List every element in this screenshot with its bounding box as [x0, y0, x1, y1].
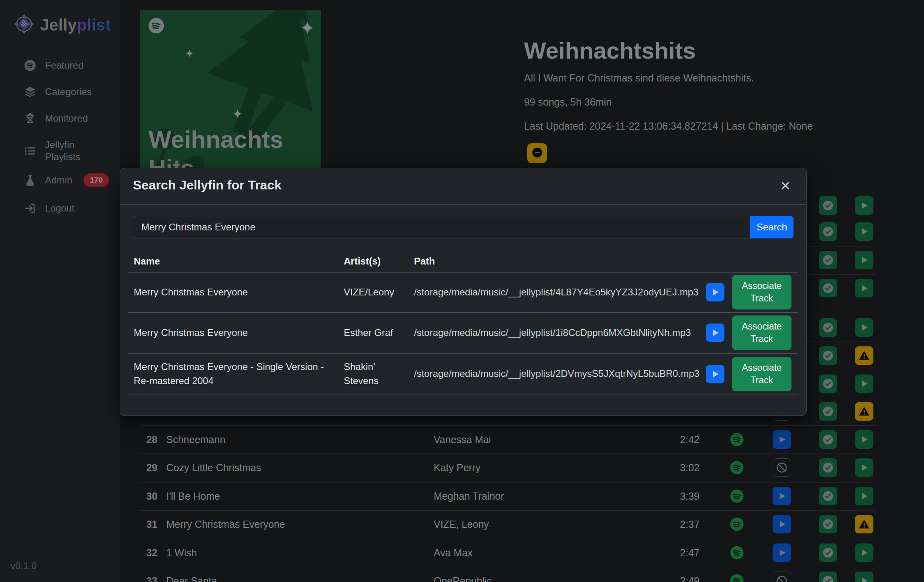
- result-divider: [128, 395, 798, 395]
- result-artists: VIZE/Leony: [344, 272, 406, 312]
- close-icon[interactable]: ✕: [777, 177, 794, 195]
- result-artists: Shakin' Stevens: [344, 353, 406, 395]
- modal-title: Search Jellyfin for Track: [133, 178, 281, 193]
- result-path: /storage/media/music/__jellyplist/4L87Y4…: [414, 272, 695, 312]
- play-icon: [710, 328, 720, 338]
- column-header-artists: Artist(s): [344, 256, 381, 267]
- column-header-name: Name: [134, 256, 160, 267]
- column-header-path: Path: [414, 256, 435, 267]
- associate-track-button[interactable]: Associate Track: [732, 275, 791, 309]
- search-button[interactable]: Search: [750, 216, 793, 238]
- result-path: /storage/media/music/__jellyplist/1i8CcD…: [414, 312, 695, 353]
- play-icon: [710, 369, 720, 379]
- result-play-button[interactable]: [706, 283, 724, 301]
- result-artists: Esther Graf: [344, 312, 406, 353]
- search-jellyfin-modal: Search Jellyfin for Track ✕ Search Name …: [120, 168, 807, 416]
- search-result-row: Merry Christmas Everyone - Single Versio…: [120, 353, 806, 395]
- result-play-button[interactable]: [706, 324, 724, 342]
- search-result-row: Merry Christmas EveryoneVIZE/Leony/stora…: [120, 272, 806, 312]
- result-path: /storage/media/music/__jellyplist/2DVmys…: [414, 353, 695, 395]
- result-name: Merry Christmas Everyone: [134, 272, 326, 312]
- result-name: Merry Christmas Everyone: [134, 312, 326, 353]
- associate-track-button[interactable]: Associate Track: [732, 315, 791, 350]
- associate-track-button[interactable]: Associate Track: [732, 356, 791, 391]
- search-result-row: Merry Christmas EveryoneEsther Graf/stor…: [120, 312, 806, 353]
- result-name: Merry Christmas Everyone - Single Versio…: [134, 353, 326, 395]
- modal-header: Search Jellyfin for Track ✕: [120, 168, 806, 205]
- search-group: Search: [133, 216, 793, 238]
- track-search-input[interactable]: [133, 216, 750, 238]
- result-play-button[interactable]: [706, 365, 724, 383]
- play-icon: [710, 287, 720, 297]
